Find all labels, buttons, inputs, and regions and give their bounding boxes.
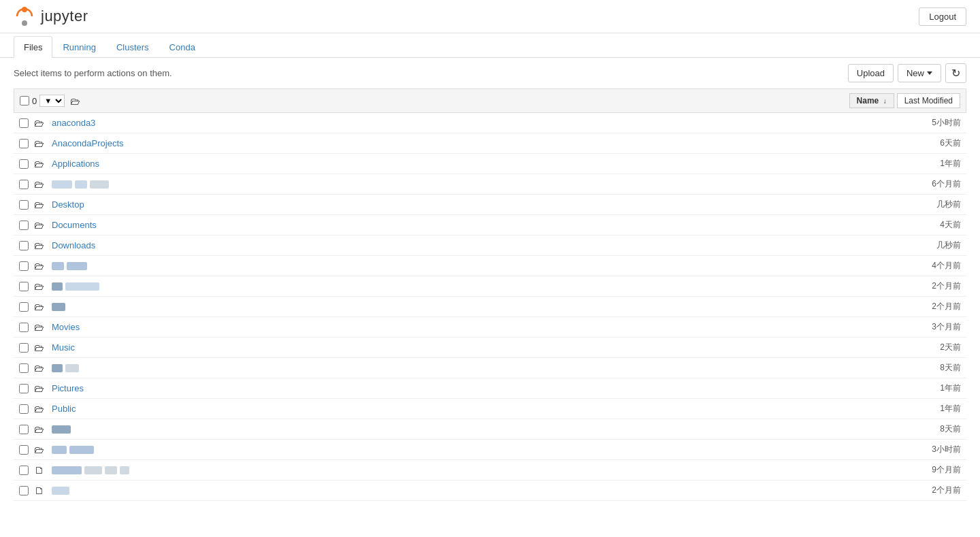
table-row[interactable]: 🗁8天前	[14, 419, 966, 440]
file-modified: 2个月前	[906, 485, 961, 496]
file-modified: 5小时前	[906, 117, 961, 129]
row-checkbox[interactable]	[19, 466, 29, 475]
file-name-blurred	[52, 282, 901, 291]
file-name[interactable]: Public	[52, 404, 901, 414]
new-button[interactable]: New	[898, 64, 941, 82]
row-checkbox[interactable]	[19, 261, 29, 271]
file-name-blurred	[52, 446, 901, 454]
row-checkbox[interactable]	[19, 180, 29, 189]
folder-icon: 🗁	[34, 321, 46, 333]
file-name[interactable]: Downloads	[52, 240, 901, 250]
folder-icon: 🗁	[34, 280, 46, 292]
row-checkbox[interactable]	[19, 139, 29, 148]
table-row[interactable]: 🗁Desktop几秒前	[14, 195, 966, 215]
tab-conda[interactable]: Conda	[159, 36, 206, 58]
header-folder-icon: 🗁	[70, 95, 80, 107]
row-checkbox[interactable]	[19, 343, 29, 353]
tab-clusters[interactable]: Clusters	[106, 36, 159, 58]
file-modified: 1年前	[906, 383, 961, 394]
file-modified: 8天前	[906, 362, 961, 374]
row-checkbox[interactable]	[19, 241, 29, 250]
file-name[interactable]: Desktop	[52, 199, 901, 210]
new-dropdown-caret	[927, 71, 932, 75]
file-name[interactable]: Documents	[52, 220, 901, 230]
blurred-text	[52, 466, 82, 474]
logout-button[interactable]: Logout	[919, 7, 966, 26]
file-name[interactable]: Music	[52, 342, 901, 353]
folder-icon: 🗁	[34, 219, 46, 231]
select-all-checkbox[interactable]	[20, 96, 29, 105]
blurred-text	[52, 364, 63, 372]
table-row[interactable]: 🗁AnacondaProjects6天前	[14, 133, 966, 154]
row-checkbox[interactable]	[19, 200, 29, 210]
file-name[interactable]: AnacondaProjects	[52, 138, 901, 148]
folder-icon: 🗁	[34, 260, 46, 272]
tab-running[interactable]: Running	[52, 36, 105, 58]
file-modified: 4天前	[906, 219, 961, 231]
table-row[interactable]: 🗁Applications1年前	[14, 154, 966, 174]
blurred-text	[52, 180, 72, 189]
table-row[interactable]: 🗁2个月前	[14, 276, 966, 297]
toolbar-hint: Select items to perform actions on them.	[14, 68, 172, 78]
blurred-text	[67, 262, 87, 270]
table-row[interactable]: 🗁Downloads几秒前	[14, 235, 966, 256]
table-row[interactable]: 🗋9个月前	[14, 460, 966, 481]
file-modified: 3小时前	[906, 444, 961, 455]
sort-arrow: ↓	[883, 97, 887, 105]
table-row[interactable]: 🗁Public1年前	[14, 399, 966, 419]
row-checkbox[interactable]	[19, 282, 29, 291]
file-name[interactable]: anaconda3	[52, 118, 901, 128]
sort-by-modified-button[interactable]: Last Modified	[897, 93, 960, 108]
table-row[interactable]: 🗁8天前	[14, 358, 966, 378]
row-checkbox[interactable]	[19, 323, 29, 332]
folder-icon: 🗁	[34, 240, 46, 251]
table-row[interactable]: 🗋2个月前	[14, 481, 966, 501]
select-count: 0	[32, 96, 37, 106]
folder-icon: 🗁	[34, 342, 46, 353]
row-checkbox[interactable]	[19, 486, 29, 495]
upload-button[interactable]: Upload	[848, 64, 894, 82]
row-checkbox[interactable]	[19, 363, 29, 373]
table-row[interactable]: 🗁3小时前	[14, 440, 966, 460]
file-name[interactable]: Applications	[52, 159, 901, 169]
tab-files[interactable]: Files	[14, 36, 52, 58]
file-name-blurred	[52, 364, 901, 372]
folder-icon: 🗁	[34, 362, 46, 374]
file-rows-container: 🗁anaconda35小时前🗁AnacondaProjects6天前🗁Appli…	[14, 113, 966, 501]
table-row[interactable]: 🗁Music2天前	[14, 338, 966, 358]
table-row[interactable]: 🗁Pictures1年前	[14, 378, 966, 399]
page-header: jupyter Logout	[0, 0, 980, 33]
sort-buttons: Name ↓ Last Modified	[849, 93, 960, 108]
table-row[interactable]: 🗁6个月前	[14, 174, 966, 195]
folder-icon: 🗁	[34, 158, 46, 169]
refresh-button[interactable]: ↻	[945, 63, 966, 83]
row-checkbox[interactable]	[19, 445, 29, 455]
table-row[interactable]: 🗁2个月前	[14, 297, 966, 317]
row-checkbox[interactable]	[19, 404, 29, 414]
blurred-text	[84, 466, 102, 474]
folder-icon: 🗁	[34, 301, 46, 312]
blurred-text	[52, 262, 64, 270]
table-row[interactable]: 🗁Movies3个月前	[14, 317, 966, 338]
toolbar-actions: Upload New ↻	[848, 63, 966, 83]
file-modified: 1年前	[906, 158, 961, 169]
blurred-text	[52, 282, 63, 291]
row-checkbox[interactable]	[19, 118, 29, 128]
row-checkbox[interactable]	[19, 384, 29, 393]
table-row[interactable]: 🗁Documents4天前	[14, 215, 966, 235]
table-row[interactable]: 🗁4个月前	[14, 256, 966, 276]
row-checkbox[interactable]	[19, 159, 29, 169]
row-checkbox[interactable]	[19, 221, 29, 230]
table-row[interactable]: 🗁anaconda35小时前	[14, 113, 966, 133]
select-dropdown[interactable]: ▼	[39, 95, 65, 107]
blurred-text	[65, 364, 79, 372]
sort-by-name-button[interactable]: Name ↓	[849, 93, 894, 108]
row-checkbox[interactable]	[19, 302, 29, 312]
folder-icon: 🗁	[34, 199, 46, 210]
file-name[interactable]: Pictures	[52, 383, 901, 393]
logo: jupyter	[14, 5, 88, 27]
blurred-text	[75, 180, 87, 189]
row-checkbox[interactable]	[19, 425, 29, 434]
folder-icon: 🗁	[34, 117, 46, 129]
file-name[interactable]: Movies	[52, 322, 901, 332]
